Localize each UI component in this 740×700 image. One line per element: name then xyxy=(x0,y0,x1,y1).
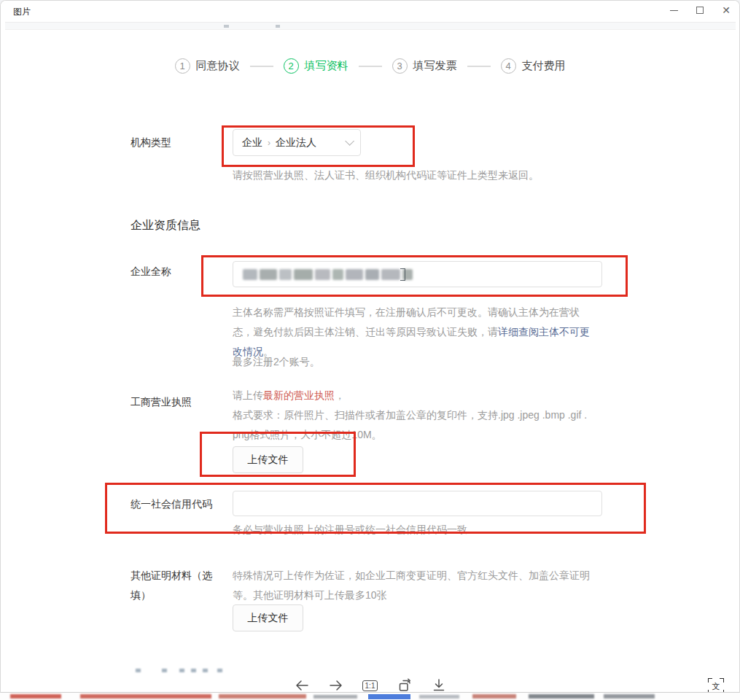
policy-link[interactable]: 详细查阅主体不可更 xyxy=(498,326,590,338)
step-agree: 1 同意协议 xyxy=(175,58,240,74)
viewer-toolbar: 1:1 xyxy=(293,677,448,693)
credit-code-label: 统一社会信用代码 xyxy=(131,498,212,511)
step-2-circle: 2 xyxy=(284,58,299,74)
maximize-icon xyxy=(696,7,704,14)
image-viewer-window: 图片 ✕ 1 同意协议 2 填写资料 3 填写发票 4 支付费用 机 xyxy=(0,0,740,693)
license-emphasis: 最新的营业执照 xyxy=(263,389,335,401)
rotate-icon xyxy=(397,677,413,693)
org-type-value-sub: 企业法人 xyxy=(276,136,316,149)
business-license-label: 工商营业执照 xyxy=(131,396,192,409)
maximize-button[interactable] xyxy=(687,1,713,20)
step-4-label: 支付费用 xyxy=(522,59,566,73)
close-icon: ✕ xyxy=(722,5,731,15)
step-3-circle: 3 xyxy=(392,58,408,74)
org-type-hint: 请按照营业执照、法人证书、组织机构代码证等证件上类型来返回。 xyxy=(233,166,539,185)
step-divider xyxy=(250,66,273,67)
download-button[interactable] xyxy=(430,677,448,693)
org-type-separator: › xyxy=(268,138,270,148)
org-type-label: 机构类型 xyxy=(131,136,171,149)
step-pay: 4 支付费用 xyxy=(501,58,566,74)
extract-text-glyph: 文 xyxy=(712,681,720,692)
license-requirement-line3: png格式照片，大小不超过10M。 xyxy=(233,425,382,445)
credit-code-hint: 务必与营业执照上的注册号或统一社会信用代码一致 xyxy=(233,520,467,540)
actual-size-button[interactable]: 1:1 xyxy=(362,677,379,693)
text-cursor xyxy=(400,268,405,281)
step-divider xyxy=(467,66,491,67)
viewed-image-top-edge xyxy=(5,22,736,30)
step-4-circle: 4 xyxy=(501,58,516,74)
underlying-window-strip xyxy=(0,693,740,700)
company-name-label: 企业全称 xyxy=(131,265,171,279)
org-type-select[interactable]: 企业 › 企业法人 xyxy=(233,129,361,156)
rotate-button[interactable] xyxy=(396,677,413,693)
step-1-circle: 1 xyxy=(175,58,190,74)
previous-image-button[interactable] xyxy=(293,677,311,693)
redacted-company-name xyxy=(243,269,413,280)
arrow-left-icon xyxy=(294,677,310,693)
step-3-label: 填写发票 xyxy=(413,59,457,73)
company-name-input[interactable] xyxy=(233,261,602,287)
other-materials-desc-line1: 特殊情况可上传作为佐证，如企业工商变更证明、官方红头文件、加盖公章证明 xyxy=(233,566,590,586)
step-invoice: 3 填写发票 xyxy=(392,58,457,74)
other-materials-label: 其他证明材料（选填） xyxy=(131,566,219,605)
upload-license-button[interactable]: 上传文件 xyxy=(233,446,303,473)
chevron-down-icon xyxy=(345,136,354,146)
credit-code-input[interactable] xyxy=(233,491,602,516)
minimize-button[interactable] xyxy=(661,1,687,20)
title-bar: 图片 ✕ xyxy=(1,1,739,20)
upload-other-materials-button[interactable]: 上传文件 xyxy=(233,604,303,631)
actual-size-icon: 1:1 xyxy=(362,680,378,691)
step-fill-info: 2 填写资料 xyxy=(284,58,348,74)
step-1-label: 同意协议 xyxy=(196,59,240,73)
arrow-right-icon xyxy=(328,677,344,693)
cutoff-text-fragments xyxy=(136,669,222,672)
extract-text-button[interactable]: 文 xyxy=(708,678,724,693)
step-divider xyxy=(359,66,382,67)
license-requirement-line2: 格式要求：原件照片、扫描件或者加盖公章的复印件，支持.jpg .jpeg .bm… xyxy=(233,405,587,425)
download-icon xyxy=(431,677,447,693)
next-image-button[interactable] xyxy=(327,677,345,693)
account-limit-hint: 最多注册2个账号。 xyxy=(233,352,320,372)
step-indicator: 1 同意协议 2 填写资料 3 填写发票 4 支付费用 xyxy=(175,58,566,74)
step-2-label: 填写资料 xyxy=(305,59,348,73)
section-title-qualification: 企业资质信息 xyxy=(131,218,200,233)
license-requirement-line1: 请上传最新的营业执照， xyxy=(233,386,345,405)
close-button[interactable]: ✕ xyxy=(713,1,739,20)
other-materials-desc-line2: 等。其他证明材料可上传最多10张 xyxy=(233,586,387,605)
minimize-icon xyxy=(670,10,678,11)
org-type-value-main: 企业 xyxy=(242,136,262,149)
window-title: 图片 xyxy=(13,6,31,18)
